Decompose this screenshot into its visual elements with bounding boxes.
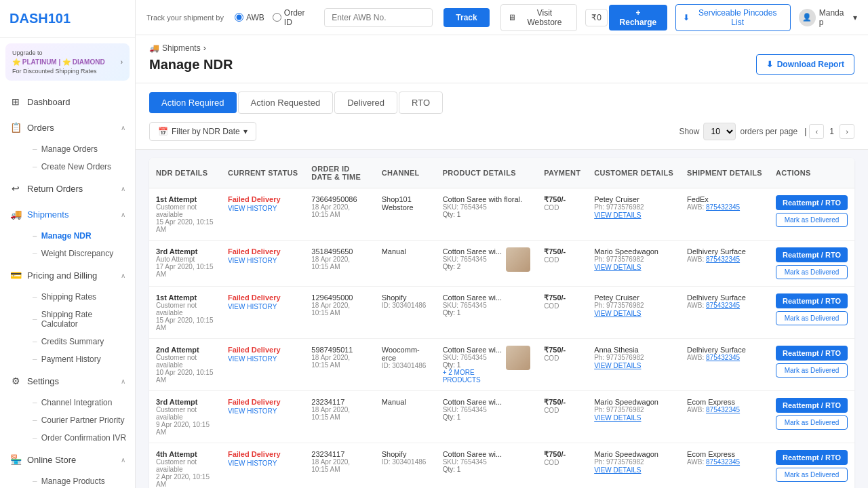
product-name-1: Cotton Saree wi...: [443, 247, 503, 256]
filter-bar: 📅 Filter by NDR Date ▾ Show 10 25 50 ord…: [136, 114, 868, 150]
dashboard-icon: ⊞: [9, 96, 22, 108]
sidebar-item-order-ivr[interactable]: Order Confirmation IVR: [26, 429, 135, 447]
radio-awb[interactable]: AWB: [235, 13, 264, 22]
sidebar-item-payment-history[interactable]: Payment History: [26, 350, 135, 368]
mark-delivered-button-0[interactable]: Mark as Delivered: [776, 213, 848, 227]
orders-per-page-select[interactable]: 10 25 50: [703, 123, 736, 140]
view-details-link-2[interactable]: VIEW DETAILS: [594, 310, 641, 317]
visit-webstore-button[interactable]: 🖥 Visit Webstore: [500, 4, 578, 31]
view-details-link-4[interactable]: VIEW DETAILS: [594, 414, 641, 422]
app-logo: DASH101: [0, 0, 135, 38]
tab-rto[interactable]: RTO: [399, 92, 443, 114]
sidebar-item-shipping-rates[interactable]: Shipping Rates: [26, 288, 135, 306]
mark-delivered-button-2[interactable]: Mark as Delivered: [776, 311, 848, 325]
view-details-link-3[interactable]: VIEW DETAILS: [594, 362, 641, 369]
col-current-status: CURRENT STATUS: [221, 158, 304, 188]
view-details-link-1[interactable]: VIEW DETAILS: [594, 264, 641, 271]
sidebar-item-orders[interactable]: 📋 Orders ∧: [0, 115, 135, 140]
customer-ph-5: Ph: 9773576982: [594, 458, 673, 466]
next-page-button[interactable]: ›: [840, 124, 854, 139]
sidebar-item-weight-discrepancy[interactable]: Weight Discrepancy: [26, 245, 135, 262]
sidebar-item-manage-ndr[interactable]: Manage NDR: [26, 227, 135, 245]
ndr-date-5: 2 Apr 2020, 10:15 AM: [156, 473, 214, 488]
ndr-attempt-2: 1st Attempt: [156, 293, 214, 302]
filter-by-ndr-date-button[interactable]: 📅 Filter by NDR Date ▾: [149, 122, 256, 141]
reattempt-button-5[interactable]: Reattempt / RTO: [776, 450, 848, 465]
download-report-icon: ⬇: [766, 60, 773, 69]
channel-id-5: ID: 303401486: [382, 458, 429, 466]
reattempt-button-1[interactable]: Reattempt / RTO: [776, 247, 848, 262]
download-report-button[interactable]: ⬇ Download Report: [756, 54, 854, 75]
return-chevron-icon: ∧: [121, 185, 125, 192]
serviceable-pincodes-button[interactable]: ⬇ Serviceable Pincodes List: [675, 4, 791, 31]
awb-link-1[interactable]: 875432345: [706, 256, 740, 263]
sidebar-item-dashboard[interactable]: ⊞ Dashboard: [0, 89, 135, 115]
reattempt-button-0[interactable]: Reattempt / RTO: [776, 195, 848, 210]
status-badge-5: Failed Delivery: [228, 450, 298, 458]
track-awb-input[interactable]: [324, 8, 433, 27]
tab-action-required[interactable]: Action Required: [149, 92, 237, 113]
view-history-link-1[interactable]: VIEW HISTORY: [228, 257, 298, 264]
sidebar-item-manage-products[interactable]: Manage Products: [26, 472, 135, 488]
sidebar-item-channel-integration[interactable]: Channel Integration: [26, 394, 135, 411]
reattempt-button-3[interactable]: Reattempt / RTO: [776, 346, 848, 361]
tab-delivered[interactable]: Delivered: [334, 92, 397, 114]
mark-delivered-button-1[interactable]: Mark as Delivered: [776, 265, 848, 279]
awb-link-3[interactable]: 875432345: [706, 354, 740, 361]
ndr-reason-5: Customer not available: [156, 458, 214, 473]
sidebar-item-courier-priority[interactable]: Courier Partner Priority: [26, 411, 135, 429]
awb-row-2: AWB: 875432345: [687, 302, 762, 309]
shipment-cell-5: Ecom Express AWB: 875432345: [680, 443, 769, 489]
sidebar-item-pricing-billing[interactable]: 💳 Pricing and Billing ∧: [0, 262, 135, 288]
mark-delivered-button-5[interactable]: Mark as Delivered: [776, 468, 848, 482]
action-buttons-5: Reattempt / RTO Mark as Delivered: [776, 450, 848, 482]
tab-action-requested[interactable]: Action Requested: [238, 92, 334, 114]
awb-link-4[interactable]: 875432345: [706, 406, 740, 413]
user-menu[interactable]: 👤 Manda p ▾: [799, 8, 857, 27]
online-store-icon: 🏪: [9, 453, 22, 466]
shipments-chevron-icon: ∧: [121, 211, 125, 218]
store-chevron-icon: ∧: [121, 456, 125, 464]
awb-link-5[interactable]: 875432345: [706, 458, 740, 466]
awb-link-2[interactable]: 875432345: [706, 302, 740, 309]
customer-ph-0: Ph: 9773576982: [594, 203, 673, 211]
sidebar-item-shipments[interactable]: 🚚 Shipments ∧: [0, 201, 135, 227]
sidebar-item-online-store[interactable]: 🏪 Online Store ∧: [0, 447, 135, 472]
mark-delivered-button-3[interactable]: Mark as Delivered: [776, 363, 848, 378]
customer-cell-3: Anna Sthesia Ph: 9773576982 VIEW DETAILS: [587, 339, 680, 391]
upgrade-banner[interactable]: Upgrade to ⭐ PLATINUM | ⭐ DIAMOND For Di…: [5, 43, 130, 81]
mark-delivered-button-4[interactable]: Mark as Delivered: [776, 415, 848, 430]
view-details-link-0[interactable]: VIEW DETAILS: [594, 211, 641, 219]
customer-cell-2: Petey Cruiser Ph: 9773576982 VIEW DETAIL…: [587, 287, 680, 339]
product-sku-4: SKU: 7654345: [443, 406, 530, 413]
view-history-link-3[interactable]: VIEW HISTORY: [228, 355, 298, 363]
view-history-link-4[interactable]: VIEW HISTORY: [228, 407, 298, 415]
breadcrumb-shipments-link[interactable]: Shipments: [162, 43, 201, 53]
action-buttons-2: Reattempt / RTO Mark as Delivered: [776, 293, 848, 325]
shipments-subnav: Manage NDR Weight Discrepancy: [0, 227, 135, 262]
sidebar-item-rate-calculator[interactable]: Shipping Rate Calculator: [26, 306, 135, 333]
more-products-3[interactable]: + 2 MORE PRODUCTS: [443, 369, 503, 384]
pricing-chevron-icon: ∧: [121, 272, 125, 279]
sidebar-item-credits[interactable]: Credits Summary: [26, 333, 135, 350]
awb-link-0[interactable]: 875432345: [706, 203, 740, 211]
awb-row-4: AWB: 875432345: [687, 406, 762, 413]
view-details-link-5[interactable]: VIEW DETAILS: [594, 466, 641, 474]
sidebar-item-create-orders[interactable]: Create New Orders: [26, 158, 135, 176]
customer-name-2: Petey Cruiser: [594, 293, 673, 302]
sidebar-item-return-orders[interactable]: ↩ Return Orders ∧: [0, 176, 135, 201]
product-name-3: Cotton Saree wi...: [443, 346, 503, 354]
track-button[interactable]: Track: [443, 8, 489, 27]
current-page: 1: [827, 127, 837, 136]
prev-page-button[interactable]: ‹: [809, 124, 824, 139]
orders-chevron-icon: ∧: [121, 124, 125, 131]
recharge-button[interactable]: + Recharge: [609, 5, 667, 30]
reattempt-button-4[interactable]: Reattempt / RTO: [776, 398, 848, 413]
reattempt-button-2[interactable]: Reattempt / RTO: [776, 293, 848, 308]
view-history-link-2[interactable]: VIEW HISTORY: [228, 303, 298, 310]
radio-order-id[interactable]: Order ID: [273, 8, 313, 27]
view-history-link-5[interactable]: VIEW HISTORY: [228, 460, 298, 467]
sidebar-item-settings[interactable]: ⚙ Settings ∧: [0, 368, 135, 394]
view-history-link-0[interactable]: VIEW HISTORY: [228, 205, 298, 212]
sidebar-item-manage-orders[interactable]: Manage Orders: [26, 140, 135, 158]
